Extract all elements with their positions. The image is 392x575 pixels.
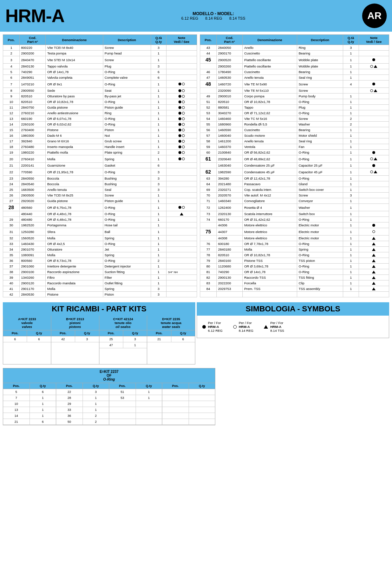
bottom-sections: KIT RICAMBI - PART KITS A=KIT 2233valvol… [3,299,389,364]
left-desc-6: O-Ring [103,80,151,88]
right-pos-15: 57 [200,133,216,138]
right-cod-32: 44308 [216,235,242,241]
left-pos-37: 37 [3,264,20,269]
th-pos-r: Pos. [200,35,216,45]
e-kit-rows: 5 6 22 3 51 1 7 1 28 1 53 1 [3,389,215,425]
right-desc-41: TSS assembly [297,286,343,292]
left-note-42 [166,292,197,297]
right-pos-11: 53 [200,110,216,116]
left-pos-38: 38 [3,269,20,275]
left-cod-25: 2900500 [20,193,46,198]
right-cod-27: 1262400 [216,204,242,211]
e-col3-qty-h: Q.ty [136,383,162,389]
right-pos-36: 79 [200,258,216,264]
left-den-31: Sfera [46,228,103,235]
right-desc-6: Screw [297,80,343,88]
left-pos-31: 31 [3,228,20,235]
simbologia-content: Per / ForHRM-A6.12 REG Per / ForHRM-A8.1… [197,316,389,338]
right-pos-28: 73 [200,211,216,217]
e-r3-c3p [109,407,136,413]
left-note-20 [166,163,197,168]
left-cod-36: 800560 [20,258,46,264]
th-note-l: NoteVedi / See [166,35,197,45]
right-cod-31: 44307 [216,228,242,235]
left-cod-31: 1250280 [20,228,46,235]
right-den-1: Cuscinetto [243,51,297,56]
left-note-25 [166,193,197,198]
left-cod-40: 2900120 [20,280,46,286]
left-den-21: OR Ø 21,95x1,78 [46,168,103,176]
right-note-19 [359,155,389,163]
right-pos-39: 82 [200,275,216,280]
right-den-12: Vite TC M 5x16 [243,116,297,122]
right-pos-12: 54 [200,116,216,122]
right-note-40 [359,280,389,286]
left-den-35: Molla [46,252,103,258]
left-pos-23: 24 [3,181,20,187]
right-cod-28: 2320130 [216,211,242,217]
left-den-11: Anello antiestrusione [46,110,103,116]
left-qty-4: 6 [151,69,166,75]
left-cod-32: 1560520 [20,235,46,241]
right-cod-9: 820510 [216,99,242,105]
left-pos-24: 25 [3,187,20,193]
left-note-1 [166,51,197,56]
kit-data-rows: 6 6 42 3 [3,336,195,364]
e-r0-c2p: 22 [56,389,83,395]
left-pos-0: 1 [3,45,20,51]
right-desc-22: O-Ring [297,176,343,181]
left-desc-16: Grub screw [103,138,151,144]
right-desc-7: Screw [297,88,343,93]
right-note-29 [359,217,389,222]
right-den-13: Rondella Øi 5,5 [243,122,297,127]
left-qty-39: 1 [151,275,166,280]
right-den-25: Vite autof. M 4x12 [243,193,297,198]
right-note-36 [359,258,389,264]
left-note-31 [166,228,197,235]
left-pos-27: 28 [3,204,20,211]
right-qty-16: 1 [343,138,359,144]
th-cod-r: Cod.Part n° [216,35,242,45]
right-den-26: Convogliatore [243,198,297,204]
right-qty-2: 1 [343,56,359,64]
left-cod-38: 2900100 [20,269,46,275]
left-pos-8: 9 [3,93,20,99]
left-pos-17: 18 [3,144,20,150]
kit-a-pos-h: Pos. [3,330,27,336]
left-cod-0: 800220 [20,45,46,51]
left-note-35 [166,252,197,258]
right-qty-20: 1 [343,163,359,168]
right-note-24 [359,187,389,193]
right-pos-3 [200,64,216,69]
right-pos-31: 75 [200,228,216,235]
e-r1-c4p [162,395,189,401]
right-qty-3: 1 [343,64,359,69]
left-desc-0: Screw [103,45,151,51]
header: HRM-A MODELLO - MODEL: 6.12 REG 8.14 REG… [0,0,392,32]
left-den-32: Molla [46,235,103,241]
left-cod-10: 2840750 [20,105,46,110]
left-qty-0: 3 [151,45,166,51]
right-note-38 [359,269,389,275]
e-r4-c3p [109,413,136,419]
e-r0-c1q: 6 [30,389,56,395]
right-desc-1: Bearing [297,51,343,56]
left-qty-41: 3 [151,286,166,292]
left-qty-13: 1 [151,122,166,127]
left-cod-17: 2760480 [20,144,46,150]
left-den-20: Guarnizione [46,163,103,168]
kit-c-row2-qty: 1 [123,342,147,348]
left-cod-20: 2200141 [20,163,46,168]
right-pos-38: 81 [200,269,216,275]
left-cod-23: 2840540 [20,181,46,187]
left-cod-2: 2840470 [20,56,46,64]
right-pos-1: 44 [200,51,216,56]
right-qty-33: 1 [343,241,359,247]
right-qty-37: 1 [343,264,359,269]
right-qty-39: 1 [343,275,359,280]
left-note-33 [166,241,197,247]
right-desc-18: O-Ring [297,150,343,155]
kit-c-row1-qty: 3 [123,336,147,342]
right-pos-8: 49 [200,93,216,99]
th-desc-r: Description [297,35,343,45]
